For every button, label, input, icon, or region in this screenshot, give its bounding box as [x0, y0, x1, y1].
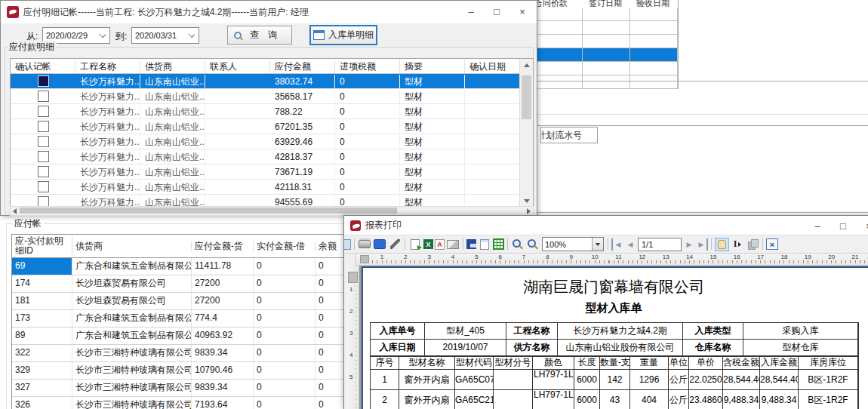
- checkbox[interactable]: [38, 151, 49, 162]
- checkbox[interactable]: [38, 91, 49, 102]
- text-select-icon[interactable]: I: [731, 238, 744, 251]
- checkbox[interactable]: [38, 136, 49, 147]
- report-column-header: 序号: [371, 355, 399, 370]
- table-row[interactable]: 长沙万科魅力...山东南山铝业...73671.190型材266: [11, 165, 533, 180]
- zoom-level-combobox[interactable]: 100%: [542, 237, 604, 251]
- export-mail-icon[interactable]: [446, 238, 460, 251]
- cell-confirm[interactable]: [11, 119, 75, 134]
- payables-table[interactable]: 应-实付款明细ID供货商应付金额-货实付金额-借余额 69广东合和建筑五金制品有…: [11, 234, 347, 409]
- checkbox[interactable]: [38, 121, 49, 132]
- column-header-4[interactable]: 余额: [315, 241, 346, 251]
- table-cell: 11411.78: [192, 258, 254, 275]
- cell-tax: 0: [335, 180, 400, 194]
- ruler-number: 21: [852, 254, 859, 260]
- copy-icon[interactable]: [746, 238, 759, 251]
- table-cell: 9839.34: [192, 345, 254, 361]
- table-row[interactable]: 89广东合和建筑五金制品有限公司40963.9200: [12, 328, 346, 345]
- close-icon[interactable]: ×: [766, 238, 778, 250]
- minimize-button[interactable]: –: [458, 2, 484, 21]
- cell-confirm[interactable]: [11, 134, 75, 149]
- column-header-7[interactable]: 确认日期: [465, 60, 522, 73]
- zoom-out-icon[interactable]: [526, 238, 540, 251]
- table-row[interactable]: 173广东合和建筑五金制品有限公司774.400: [12, 310, 346, 328]
- column-header-3[interactable]: 联系人: [205, 60, 270, 73]
- table-row[interactable]: 长沙万科魅力...山东南山铝业...788.220型材358: [11, 104, 533, 119]
- column-header-4[interactable]: 应付金额: [270, 60, 335, 73]
- payable-detail-table[interactable]: 确认记帐工程名称供货商联系人应付金额进项税额摘要确认日期入库 长沙万科魅力...…: [10, 58, 534, 208]
- next-page-icon[interactable]: ▶: [684, 238, 694, 251]
- query-button[interactable]: 查询: [227, 26, 292, 45]
- table-row[interactable]: 326长沙市三湘特种玻璃有限公司7193.6400: [12, 397, 346, 409]
- plan-serial-field[interactable]: 计划流水号: [540, 127, 598, 143]
- table-row[interactable]: 长沙万科魅力...山东南山铝业...35658.170型材376: [11, 89, 533, 104]
- scrollbar-thumb[interactable]: [522, 75, 531, 119]
- to-date-combobox[interactable]: 2020/03/31: [131, 27, 199, 44]
- column-header-0[interactable]: 应-实付款明细ID: [12, 236, 72, 256]
- cell-confirm[interactable]: [11, 180, 75, 194]
- scrollbar-thumb[interactable]: [20, 208, 397, 214]
- zoom-in-icon[interactable]: [511, 238, 525, 251]
- checkbox[interactable]: [38, 181, 49, 192]
- export-excel-icon[interactable]: X: [423, 239, 433, 249]
- tools-icon[interactable]: [388, 238, 402, 251]
- last-page-icon[interactable]: ▶: [696, 238, 708, 251]
- page-setup-icon[interactable]: [478, 238, 491, 251]
- table-row[interactable]: 长沙万科魅力...山东南山铝业...42118.310型材265: [11, 180, 533, 195]
- vertical-scrollbar[interactable]: [519, 59, 533, 208]
- hand-icon[interactable]: [715, 238, 729, 251]
- info-value: 2019/10/07: [425, 340, 506, 356]
- report-cell: 窗外开内扇: [399, 370, 455, 390]
- column-header-2[interactable]: 供货商: [140, 60, 205, 73]
- export-grid-icon[interactable]: [493, 238, 504, 250]
- scroll-left-icon[interactable]: [13, 208, 17, 214]
- table-row[interactable]: 长沙万科魅力...山东南山铝业...63929.460型材276: [11, 134, 533, 149]
- title-bar[interactable]: 报表打印 – □ ×: [344, 216, 868, 235]
- chevron-down-icon[interactable]: [592, 238, 603, 251]
- title-bar[interactable]: 应付明细记帐------当前工程: 长沙万科魅力之城4.2期------当前用户…: [1, 1, 537, 23]
- cell-confirm[interactable]: [11, 104, 75, 118]
- table-row[interactable]: 181长沙坦森贸易有限公司2720000: [12, 293, 346, 310]
- column-header-3[interactable]: 实付金额-借: [254, 241, 315, 251]
- first-page-icon[interactable]: ◀: [611, 238, 623, 251]
- cell-confirm[interactable]: [11, 74, 75, 88]
- table-row[interactable]: 69广东合和建筑五金制品有限公司11411.7800: [12, 258, 346, 275]
- report-preview-canvas[interactable]: 湖南巨晟门窗幕墙有限公司 型材入库单 入库单号型材_405工程名称长沙万科魅力之…: [359, 266, 868, 409]
- maximize-button[interactable]: □: [830, 216, 856, 235]
- save-icon[interactable]: [466, 239, 476, 249]
- export-pdf-icon[interactable]: A: [435, 239, 445, 250]
- close-button[interactable]: ×: [509, 2, 535, 21]
- column-header-5[interactable]: 进项税额: [335, 60, 400, 73]
- scroll-right-icon[interactable]: [527, 208, 531, 214]
- close-button[interactable]: ×: [856, 216, 868, 235]
- table-row[interactable]: 长沙万科魅力...山东南山铝业...42818.370型材275: [11, 149, 533, 165]
- column-header-1[interactable]: 工程名称: [75, 60, 140, 73]
- table-row[interactable]: 174长沙坦森贸易有限公司2720000: [12, 275, 346, 293]
- prev-page-icon[interactable]: ◀: [625, 238, 636, 251]
- table-cell: 0: [315, 328, 346, 344]
- scroll-up-icon[interactable]: [524, 63, 530, 67]
- minimize-button[interactable]: –: [805, 216, 830, 235]
- column-header-2[interactable]: 应付金额-货: [192, 241, 254, 251]
- table-row[interactable]: 长沙万科魅力...山东南山铝业...67201.350型材283: [11, 119, 533, 134]
- column-header-0[interactable]: 确认记帐: [11, 60, 75, 73]
- scroll-down-icon[interactable]: [524, 199, 530, 203]
- table-row[interactable]: 329长沙市三湘特种玻璃有限公司10790.4600: [12, 362, 346, 380]
- page-number-field[interactable]: 1/1: [638, 238, 682, 251]
- book-icon[interactable]: [373, 238, 386, 251]
- table-row[interactable]: 327长沙市三湘特种玻璃有限公司9839.3400: [12, 380, 346, 397]
- column-header-6[interactable]: 摘要: [400, 60, 465, 73]
- maximize-button[interactable]: □: [484, 2, 509, 21]
- report-icon[interactable]: [343, 239, 351, 250]
- print-icon[interactable]: [358, 238, 371, 251]
- column-header-1[interactable]: 供货商: [72, 241, 192, 251]
- checkbox[interactable]: [38, 75, 49, 87]
- inbound-detail-button[interactable]: 入库单明细: [310, 26, 377, 45]
- cell-confirm[interactable]: [11, 165, 75, 179]
- checkbox[interactable]: [38, 106, 49, 117]
- table-row[interactable]: 322长沙市三湘特种玻璃有限公司9839.3400: [12, 345, 346, 362]
- table-row[interactable]: 长沙万科魅力...山东南山铝业...38032.740型材405: [11, 74, 533, 89]
- export-doc-icon[interactable]: [408, 238, 422, 251]
- cell-confirm[interactable]: [11, 89, 75, 103]
- checkbox[interactable]: [38, 166, 49, 177]
- cell-confirm[interactable]: [11, 149, 75, 164]
